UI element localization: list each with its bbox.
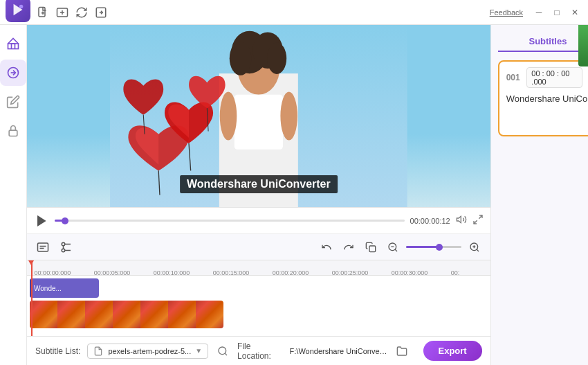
ruler-mark-2: 00:00:10:000 xyxy=(154,269,190,276)
refresh-btn[interactable] xyxy=(73,4,90,21)
timeline-tracks: Wonde... xyxy=(27,276,490,331)
ruler-mark-1: 00:00:05:000 xyxy=(94,269,131,276)
zoom-out-btn[interactable] xyxy=(384,238,402,256)
video-thumbnail xyxy=(30,301,223,328)
ruler-mark-6: 00:00:30:000 xyxy=(392,269,428,276)
tab-subtitles[interactable]: Subtitles xyxy=(498,32,588,52)
trim-tool-btn[interactable] xyxy=(57,238,75,256)
start-time-field[interactable]: 00 : 00 : 00 .000 xyxy=(526,67,582,88)
svg-line-30 xyxy=(474,220,477,224)
edit-tools-left xyxy=(34,238,75,256)
volume-button[interactable] xyxy=(456,214,467,227)
svg-line-41 xyxy=(395,249,397,251)
file-path-display: F:\Wondershare UniConverter 1 xyxy=(290,347,389,355)
add-media-btn[interactable] xyxy=(54,4,71,21)
edit-toolbar xyxy=(27,233,490,260)
subtitle-entry: 001 00 : 00 : 00 .000 - 00 : 00 : 03 .00… xyxy=(498,60,588,136)
sidebar xyxy=(0,25,27,365)
start-time-display: 00 : 00 : 00 .000 xyxy=(531,69,578,86)
maximize-button[interactable]: □ xyxy=(549,5,564,20)
content-area: Wondershare UniConverter xyxy=(27,25,588,365)
zoom-in-btn[interactable] xyxy=(466,238,484,256)
svg-rect-39 xyxy=(369,246,376,252)
fullscreen-button[interactable] xyxy=(472,214,484,227)
play-button[interactable] xyxy=(34,213,49,229)
timeline-ruler: 00:00:00:000 00:00:05:000 00:00:10:000 0… xyxy=(27,260,490,276)
svg-rect-9 xyxy=(8,44,19,49)
slider-track[interactable] xyxy=(406,246,461,248)
subtitle-index: 001 xyxy=(506,73,523,82)
ruler-mark-0: 00:00:00:000 xyxy=(35,269,71,276)
svg-line-29 xyxy=(479,215,482,219)
undo-btn[interactable] xyxy=(318,238,336,256)
svg-point-0 xyxy=(19,4,24,8)
subtitle-list-label: Subtitle List: xyxy=(35,346,80,356)
subtitle-track-label: Wonde... xyxy=(34,285,62,292)
top-section: Wondershare UniConverter xyxy=(27,25,588,365)
svg-point-21 xyxy=(220,91,237,140)
time-display: 00:00:00:12 xyxy=(410,217,450,225)
select-arrow-icon: ▼ xyxy=(195,347,202,355)
title-bar-right: Feedback ─ □ ✕ xyxy=(490,5,582,20)
title-bar-left xyxy=(6,0,109,28)
sidebar-item-edit[interactable] xyxy=(0,89,26,115)
bottom-bar: Subtitle List: pexels-artem-podrez-5... … xyxy=(27,336,490,365)
timeline-area: 00:00:00:000 00:00:05:000 00:00:10:000 0… xyxy=(27,260,490,336)
export-media-btn[interactable] xyxy=(93,4,109,21)
feedback-link[interactable]: Feedback xyxy=(490,8,523,17)
export-button[interactable]: Export xyxy=(423,341,482,361)
svg-point-34 xyxy=(62,242,65,246)
slider-fill xyxy=(406,246,439,248)
sidebar-item-home[interactable] xyxy=(0,30,26,57)
progress-bar[interactable] xyxy=(55,220,405,222)
folder-browse-button[interactable] xyxy=(395,344,409,359)
ruler-mark-5: 00:00:25:000 xyxy=(332,269,369,276)
subtitle-track[interactable]: Wonde... xyxy=(30,278,99,298)
copy-btn[interactable] xyxy=(362,238,380,256)
svg-point-18 xyxy=(230,42,252,75)
subtitle-tool-btn[interactable] xyxy=(34,238,52,256)
minimize-button[interactable]: ─ xyxy=(531,5,546,20)
ruler-mark-7: 00: xyxy=(451,269,460,276)
ruler-mark-4: 00:00:20:000 xyxy=(273,269,309,276)
edit-tools-right xyxy=(318,238,484,256)
video-background: Wondershare UniConverter xyxy=(27,25,490,207)
video-subtitle: Wondershare UniConverter xyxy=(180,175,338,193)
video-area: Wondershare UniConverter xyxy=(27,25,490,365)
svg-rect-31 xyxy=(38,243,48,251)
subtitle-entry-header: 001 00 : 00 : 00 .000 - 00 : 00 : 03 .00… xyxy=(506,67,588,88)
subtitle-text-input[interactable] xyxy=(506,92,588,127)
main-layout: Wondershare UniConverter xyxy=(0,25,588,365)
svg-marker-27 xyxy=(38,216,46,226)
close-button[interactable]: ✕ xyxy=(567,5,582,20)
slider-thumb xyxy=(436,244,443,251)
zoom-slider[interactable] xyxy=(406,246,461,248)
timeline-playhead xyxy=(31,260,33,336)
right-panel: Subtitles Styles 001 00 : 00 : 00 .000 -… xyxy=(490,25,588,365)
subtitle-file-select[interactable]: pexels-artem-podrez-5... ▼ xyxy=(87,344,208,359)
video-track[interactable] xyxy=(30,301,223,328)
subtitle-filename: pexels-artem-podrez-5... xyxy=(108,347,191,355)
sidebar-item-lock[interactable] xyxy=(0,118,26,144)
redo-btn[interactable] xyxy=(340,238,358,256)
svg-point-22 xyxy=(280,91,297,140)
progress-container[interactable] xyxy=(55,220,405,222)
file-location-label: File Location: xyxy=(237,341,282,361)
sidebar-item-convert[interactable] xyxy=(0,60,26,86)
new-file-btn[interactable] xyxy=(35,4,51,21)
svg-line-44 xyxy=(477,249,479,251)
toolbar-icons xyxy=(35,4,109,21)
green-accent xyxy=(578,25,588,66)
video-player: Wondershare UniConverter xyxy=(27,25,490,207)
app-logo xyxy=(6,0,30,22)
svg-point-19 xyxy=(267,42,286,74)
controls-bar: 00:00:00:12 xyxy=(27,207,490,233)
svg-point-35 xyxy=(62,249,65,252)
ruler-mark-3: 00:00:15:000 xyxy=(213,269,250,276)
svg-marker-28 xyxy=(457,216,461,222)
title-bar: Feedback ─ □ ✕ xyxy=(0,0,588,25)
subtitle-search-button[interactable] xyxy=(215,343,230,359)
progress-handle xyxy=(62,217,68,224)
svg-point-47 xyxy=(219,347,226,355)
svg-rect-12 xyxy=(9,130,17,136)
